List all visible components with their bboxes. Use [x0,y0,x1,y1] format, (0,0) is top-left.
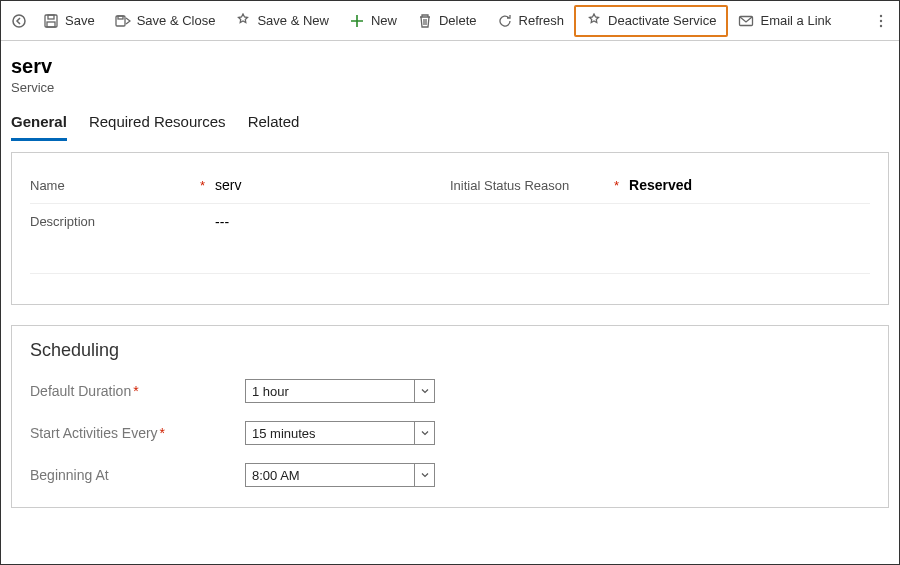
save-new-label: Save & New [257,13,329,28]
entity-type-label: Service [11,80,889,95]
default-duration-value: 1 hour [252,384,289,399]
svg-point-8 [880,19,882,21]
refresh-icon [497,13,513,29]
chevron-down-icon [414,380,434,402]
required-indicator: * [133,383,138,399]
default-duration-label: Default Duration* [30,383,245,399]
beginning-at-value: 8:00 AM [252,468,300,483]
save-close-label: Save & Close [137,13,216,28]
refresh-label: Refresh [519,13,565,28]
page-title: serv [11,55,889,78]
chevron-down-icon [414,464,434,486]
email-link-label: Email a Link [760,13,831,28]
start-activities-select[interactable]: 15 minutes [245,421,435,445]
tab-general[interactable]: General [11,109,67,141]
save-new-icon [235,13,251,29]
beginning-at-label: Beginning At [30,467,245,483]
svg-point-9 [880,24,882,26]
tab-required-resources[interactable]: Required Resources [89,109,226,141]
chevron-down-icon [414,422,434,444]
start-activities-value: 15 minutes [252,426,316,441]
tab-related[interactable]: Related [248,109,300,141]
save-new-button[interactable]: Save & New [225,7,339,35]
description-field[interactable]: --- [215,214,229,230]
save-label: Save [65,13,95,28]
form-tabs: General Required Resources Related [1,101,899,142]
overflow-menu-button[interactable] [867,1,895,41]
new-label: New [371,13,397,28]
status-label: Initial Status Reason [450,178,610,193]
save-close-button[interactable]: Save & Close [105,7,226,35]
svg-rect-3 [47,22,55,27]
default-duration-select[interactable]: 1 hour [245,379,435,403]
delete-button[interactable]: Delete [407,7,487,35]
initial-status-field[interactable]: Reserved [629,177,692,193]
refresh-button[interactable]: Refresh [487,7,575,35]
svg-point-0 [13,15,25,27]
name-label: Name [30,178,170,193]
beginning-at-select[interactable]: 8:00 AM [245,463,435,487]
required-indicator: * [614,178,619,193]
scheduling-panel: Scheduling Default Duration* 1 hour Star… [11,325,889,508]
email-link-button[interactable]: Email a Link [728,7,841,35]
record-header: serv Service [1,41,899,101]
required-indicator: * [160,425,165,441]
save-button[interactable]: Save [33,7,105,35]
more-vertical-icon [873,13,889,29]
svg-rect-5 [118,16,123,19]
name-field[interactable]: serv [215,177,241,193]
plus-icon [349,13,365,29]
required-indicator: * [200,178,205,193]
scheduling-title: Scheduling [30,340,870,361]
back-button[interactable] [5,7,33,35]
delete-label: Delete [439,13,477,28]
svg-rect-2 [48,15,54,19]
description-label: Description [30,214,170,229]
new-button[interactable]: New [339,7,407,35]
back-icon [11,13,27,29]
save-icon [43,13,59,29]
save-close-icon [115,13,131,29]
start-activities-label: Start Activities Every* [30,425,245,441]
deactivate-label: Deactivate Service [608,13,716,28]
trash-icon [417,13,433,29]
svg-rect-4 [116,16,125,26]
general-panel: Name * serv Initial Status Reason * Rese… [11,152,889,305]
deactivate-service-button[interactable]: Deactivate Service [574,5,728,37]
email-icon [738,13,754,29]
command-bar: Save Save & Close Save & New New Delete … [1,1,899,41]
deactivate-icon [586,13,602,29]
svg-point-7 [880,14,882,16]
